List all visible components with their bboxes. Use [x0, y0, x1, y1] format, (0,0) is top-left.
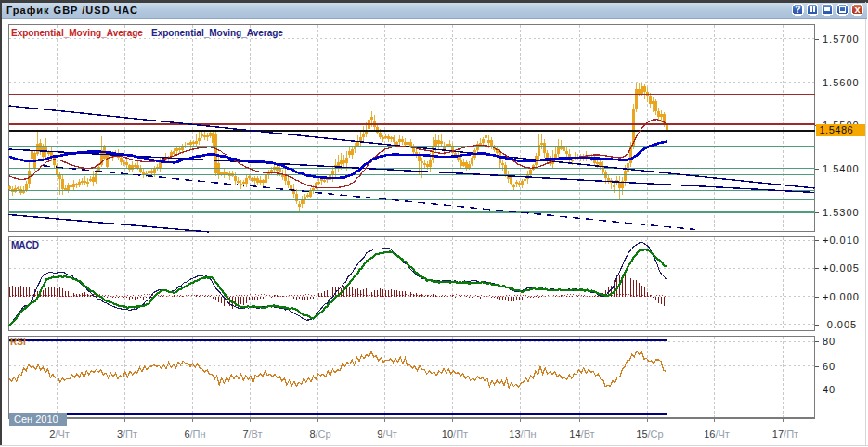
svg-text:3/Пт: 3/Пт — [117, 428, 137, 440]
svg-text:8/Ср: 8/Ср — [309, 428, 330, 440]
svg-text:1.5400: 1.5400 — [823, 163, 860, 174]
svg-text:Exponential_Moving_Average: Exponential_Moving_Average — [151, 28, 283, 38]
svg-text:1.5700: 1.5700 — [823, 33, 860, 45]
svg-text:10/Пт: 10/Пт — [442, 428, 468, 440]
svg-text:?: ? — [795, 5, 800, 15]
svg-text:40: 40 — [823, 384, 836, 395]
svg-text:+0.000: +0.000 — [823, 291, 860, 302]
svg-text:-0.005: -0.005 — [823, 319, 857, 330]
svg-text:1.5486: 1.5486 — [820, 124, 854, 135]
svg-text:1.5600: 1.5600 — [823, 77, 860, 88]
svg-text:1.5300: 1.5300 — [823, 207, 860, 218]
svg-text:17/Пт: 17/Пт — [772, 428, 798, 440]
svg-text:16/Чт: 16/Чт — [704, 428, 730, 440]
svg-text:График GBP /USD ЧАС: График GBP /USD ЧАС — [6, 5, 138, 16]
svg-text:6/Пн: 6/Пн — [184, 428, 205, 440]
svg-text:60: 60 — [823, 361, 836, 372]
svg-text:x: x — [854, 4, 861, 15]
svg-text:14/Вт: 14/Вт — [569, 428, 594, 440]
svg-text:15/Ср: 15/Ср — [636, 428, 663, 440]
svg-text:Exponential_Moving_Average: Exponential_Moving_Average — [11, 28, 143, 38]
svg-text:RSI: RSI — [10, 337, 26, 347]
svg-text:13/Пн: 13/Пн — [509, 428, 536, 440]
svg-text:2/Чт: 2/Чт — [49, 428, 70, 440]
svg-text:80: 80 — [823, 336, 836, 347]
svg-text:9/Чт: 9/Чт — [377, 428, 397, 440]
svg-text:+0.005: +0.005 — [823, 262, 860, 274]
svg-text:7/Вт: 7/Вт — [242, 428, 262, 440]
svg-text:Сен 2010: Сен 2010 — [14, 414, 58, 425]
svg-text:+0.010: +0.010 — [823, 235, 860, 246]
svg-text:MACD: MACD — [11, 240, 39, 250]
